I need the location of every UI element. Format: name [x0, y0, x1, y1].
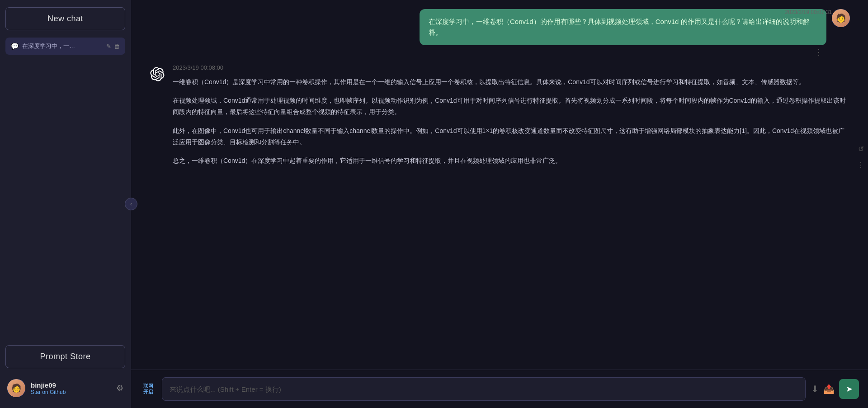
message-timestamp-top: 2023/3/19 00:07:31 — [785, 9, 832, 15]
new-chat-button[interactable]: New chat — [5, 7, 125, 30]
avatar: 🧑 — [7, 379, 25, 397]
share-icon[interactable]: 📤 — [823, 384, 835, 394]
network-indicator: 联网 开启 — [140, 383, 156, 395]
ai-message-timestamp: 2023/3/19 00:08:00 — [173, 64, 850, 71]
send-button[interactable]: ➤ — [839, 379, 859, 399]
chat-area: 2023/3/19 00:07:31 在深度学习中，一维卷积（Conv1d）的作… — [131, 0, 868, 370]
chat-item-text: 在深度学习中，一… — [22, 42, 103, 50]
collapse-sidebar-button[interactable]: ‹ — [125, 198, 137, 210]
ai-paragraph-2: 在视频处理领域，Conv1d通常用于处理视频的时间维度，也即帧序列。以视频动作识… — [173, 95, 850, 118]
chat-item-actions: ✎ 🗑 — [106, 43, 120, 50]
right-refresh-icon[interactable]: ↺ — [858, 145, 864, 153]
avatar-image: 🧑 — [7, 379, 25, 397]
ai-message-text: 一维卷积（Conv1d）是深度学习中常用的一种卷积操作，其作用是在一个一维的输入… — [173, 76, 850, 166]
main-content: ‹ 2023/3/19 00:07:31 在深度学习中，一维卷积（Conv1d）… — [131, 0, 868, 408]
user-github-link[interactable]: Star on Github — [31, 389, 111, 395]
ai-paragraph-3: 此外，在图像中，Conv1d也可用于输出channel数量不同于输入channe… — [173, 125, 850, 148]
chat-history: 💬 在深度学习中，一… ✎ 🗑 — [5, 38, 125, 345]
chat-input[interactable] — [162, 377, 806, 401]
prompt-store-button[interactable]: Prompt Store — [5, 345, 125, 368]
ai-paragraph-1: 一维卷积（Conv1d）是深度学习中常用的一种卷积操作，其作用是在一个一维的输入… — [173, 76, 850, 88]
user-message-container: 在深度学习中，一维卷积（Conv1d）的作用有哪些？具体到视频处理领域，Conv… — [149, 9, 850, 45]
user-avatar-right: 🧑 — [832, 9, 850, 27]
user-message-text: 在深度学习中，一维卷积（Conv1d）的作用有哪些？具体到视频处理领域，Conv… — [429, 18, 810, 36]
user-name: binjie09 — [31, 381, 111, 389]
ai-message-content: 2023/3/19 00:08:00 一维卷积（Conv1d）是深度学习中常用的… — [173, 64, 850, 166]
user-message-bubble: 在深度学习中，一维卷积（Conv1d）的作用有哪些？具体到视频处理领域，Conv… — [420, 9, 826, 45]
download-icon[interactable]: ⬇ — [811, 384, 819, 394]
sidebar: New chat 💬 在深度学习中，一… ✎ 🗑 Prompt Store 🧑 … — [0, 0, 131, 408]
network-label-line1: 联网 — [143, 383, 153, 389]
ai-icon — [149, 66, 165, 82]
collapse-icon: ‹ — [130, 201, 132, 207]
right-options-icon[interactable]: ⋮ — [857, 161, 864, 169]
user-profile: 🧑 binjie09 Star on Github ⚙ — [5, 375, 125, 401]
input-area: 联网 开启 ⬇ 📤 ➤ — [131, 370, 868, 408]
user-info: binjie09 Star on Github — [31, 381, 111, 395]
sidebar-bottom: Prompt Store 🧑 binjie09 Star on Github ⚙ — [5, 345, 125, 401]
send-icon: ➤ — [846, 384, 853, 394]
edit-icon[interactable]: ✎ — [106, 43, 111, 50]
network-label-line2: 开启 — [143, 389, 153, 395]
settings-icon[interactable]: ⚙ — [116, 383, 123, 393]
ai-message-container: 2023/3/19 00:08:00 一维卷积（Conv1d）是深度学习中常用的… — [149, 64, 850, 166]
chat-history-item[interactable]: 💬 在深度学习中，一… ✎ 🗑 — [5, 38, 125, 55]
input-actions: ⬇ 📤 ➤ — [811, 379, 859, 399]
ai-paragraph-4: 总之，一维卷积（Conv1d）在深度学习中起着重要的作用，它适用于一维信号的学习… — [173, 155, 850, 166]
user-avatar-image: 🧑 — [832, 9, 850, 27]
chat-icon: 💬 — [11, 43, 19, 50]
delete-icon[interactable]: 🗑 — [114, 43, 120, 50]
message-options-icon[interactable]: ⋮ — [815, 47, 823, 57]
